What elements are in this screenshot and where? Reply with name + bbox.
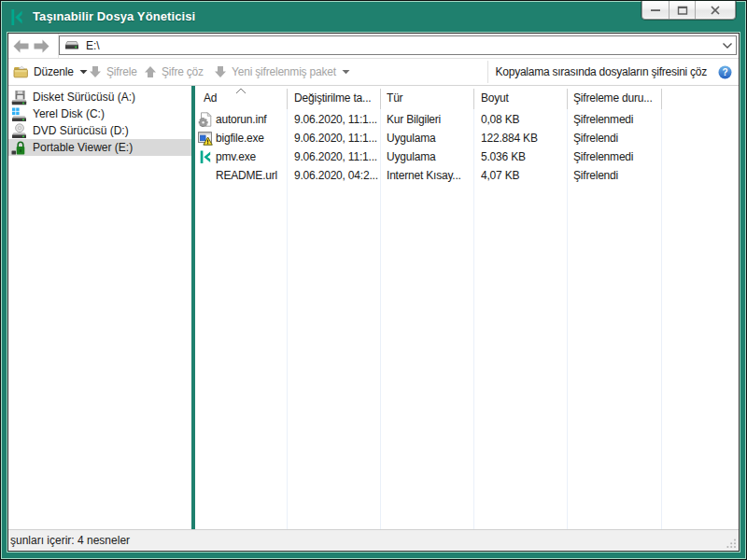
header-status[interactable]: Şifreleme duru... <box>573 86 660 110</box>
minimize-icon <box>650 5 661 16</box>
tree-item-drive-a[interactable]: Disket Sürücüsü (A:) <box>8 89 191 105</box>
header-size[interactable]: Boyut <box>481 86 566 110</box>
copy-decrypt-label: Kopyalama sırasında dosyaların şifresini… <box>496 65 707 78</box>
kaspersky-file-icon <box>198 149 213 164</box>
file-name: pmv.exe <box>216 147 256 166</box>
svg-text:?: ? <box>722 67 727 77</box>
file-name: autorun.inf <box>216 110 267 129</box>
close-icon <box>710 5 721 16</box>
file-date: 9.06.2020, 11:1... <box>294 110 380 129</box>
file-date: 9.06.2020, 04:2... <box>294 166 380 185</box>
back-arrow-icon[interactable] <box>13 39 29 53</box>
kaspersky-logo-icon <box>11 9 22 25</box>
resize-grip-icon[interactable] <box>726 538 737 549</box>
copy-decrypt-option[interactable]: Kopyalama sırasında dosyaların şifresini… <box>496 59 732 85</box>
sifrele-label: Şifrele <box>106 65 137 78</box>
inf-file-icon <box>198 112 213 127</box>
file-name: bigfile.exe <box>216 129 264 147</box>
tree-item-drive-d[interactable]: DVD Sürücüsü (D:) <box>8 122 191 139</box>
address-bar[interactable]: E:\ <box>59 35 737 55</box>
titlebar: Taşınabilir Dosya Yöneticisi <box>3 3 744 33</box>
file-size: 122.884 KB <box>481 129 566 147</box>
list-header: Ad Değiştirilme ta... Tür Boyut Şifrelem… <box>195 86 739 110</box>
yeni-paket-label: Yeni şifrelenmiş paket <box>232 65 336 78</box>
yeni-paket-button[interactable]: Yeni şifrelenmiş paket <box>214 59 350 85</box>
address-path: E:\ <box>86 39 100 52</box>
caret-down-icon <box>342 69 350 75</box>
file-type: Uygulama <box>387 147 472 166</box>
file-row-pmv[interactable]: pmv.exe 9.06.2020, 11:1... Uygulama 5.03… <box>195 147 739 166</box>
maximize-icon <box>677 5 688 16</box>
duzenle-button[interactable]: Düzenle <box>13 59 88 85</box>
file-date: 9.06.2020, 11:1... <box>294 129 380 147</box>
folder-icon <box>13 65 29 78</box>
sifre-coz-label: Şifre çöz <box>162 65 204 78</box>
lock-drive-icon <box>11 140 27 156</box>
tree-item-drive-e[interactable]: Portable Viewer (E:) <box>8 139 191 156</box>
header-name[interactable]: Ad <box>204 86 292 110</box>
exe-file-icon <box>198 131 213 146</box>
toolbar-separator <box>487 61 488 83</box>
status-text: şunları içerir: 4 nesneler <box>10 534 130 547</box>
file-row-autorun[interactable]: autorun.inf 9.06.2020, 11:1... Kur Bilgi… <box>195 110 739 129</box>
header-type[interactable]: Tür <box>387 86 472 110</box>
sifre-coz-button[interactable]: Şifre çöz <box>144 59 204 85</box>
file-date: 9.06.2020, 11:1... <box>294 147 380 166</box>
client-area: E:\ Düzenle <box>7 33 740 552</box>
app-window: Taşınabilir Dosya Yöneticisi <box>0 0 747 560</box>
close-button[interactable] <box>695 1 735 19</box>
file-size: 5.036 KB <box>481 147 566 166</box>
header-date[interactable]: Değiştirilme ta... <box>294 86 380 110</box>
file-status: Şifrelendi <box>573 166 660 185</box>
tree-item-label: Disket Sürücüsü (A:) <box>33 91 135 104</box>
tree-item-label: DVD Sürücüsü (D:) <box>33 124 129 137</box>
floppy-drive-icon <box>11 90 27 105</box>
minimize-button[interactable] <box>642 1 669 19</box>
drive-icon <box>64 40 79 50</box>
duzenle-label: Düzenle <box>34 65 74 78</box>
file-status: Şifrelenmedi <box>573 110 660 129</box>
maximize-button[interactable] <box>669 1 695 19</box>
file-type: Internet Kısay... <box>387 166 472 185</box>
encrypt-down-arrow-icon <box>89 65 102 78</box>
status-bar: şunları içerir: 4 nesneler <box>8 529 739 551</box>
tree-item-label: Yerel Disk (C:) <box>33 107 105 120</box>
file-size: 4,07 KB <box>481 166 566 185</box>
window-controls <box>641 1 736 20</box>
decrypt-up-arrow-icon <box>144 65 157 78</box>
package-down-arrow-icon <box>214 65 227 78</box>
forward-arrow-icon[interactable] <box>34 39 49 53</box>
tree-item-drive-c[interactable]: Yerel Disk (C:) <box>8 105 191 122</box>
tree-item-label: Portable Viewer (E:) <box>33 141 133 154</box>
nav-arrows <box>8 34 59 58</box>
caret-down-icon <box>79 69 88 75</box>
file-name: README.url <box>216 166 277 185</box>
toolbar: Düzenle Şifrele Şifre çöz <box>8 59 739 86</box>
navigation-bar: E:\ <box>8 34 739 59</box>
folder-tree: Disket Sürücüsü (A:) Yerel Disk (C:) <box>8 86 191 529</box>
file-row-readme[interactable]: README.url 9.06.2020, 04:2... Internet K… <box>195 166 739 185</box>
file-type: Kur Bilgileri <box>387 110 472 129</box>
file-row-bigfile[interactable]: bigfile.exe 9.06.2020, 11:1... Uygulama … <box>195 129 739 147</box>
chevron-down-icon[interactable] <box>722 42 733 49</box>
dvd-drive-icon <box>11 123 27 139</box>
local-disk-icon <box>11 106 27 122</box>
window-title: Taşınabilir Dosya Yöneticisi <box>33 9 195 23</box>
sifrele-button[interactable]: Şifrele <box>89 59 137 85</box>
file-status: Şifrelendi <box>573 129 660 147</box>
file-type: Uygulama <box>387 129 472 147</box>
main-area: Disket Sürücüsü (A:) Yerel Disk (C:) <box>8 86 739 529</box>
help-icon[interactable]: ? <box>718 65 732 79</box>
file-size: 0,08 KB <box>481 110 566 129</box>
file-status: Şifrelenmedi <box>573 147 660 166</box>
file-list: Ad Değiştirilme ta... Tür Boyut Şifrelem… <box>195 86 739 529</box>
